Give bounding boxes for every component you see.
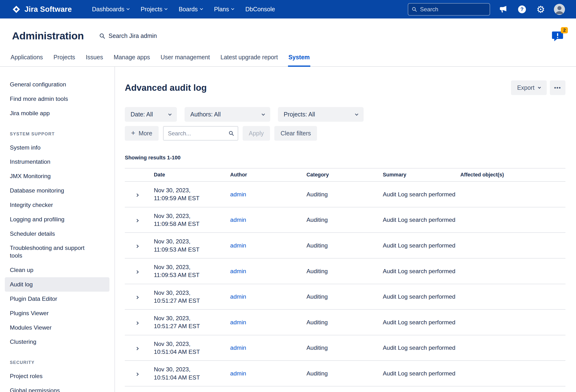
gear-icon: ⚙ bbox=[536, 4, 545, 14]
expand-row-button[interactable] bbox=[134, 320, 140, 326]
cell-date: Nov 30, 2023,10:51:04 AM EST bbox=[154, 335, 230, 361]
sidebar-item-database-monitoring[interactable]: Database monitoring bbox=[5, 183, 110, 198]
table-row: Nov 30, 2023,10:51:27 AM ESTadminAuditin… bbox=[125, 284, 565, 310]
author-link[interactable]: admin bbox=[230, 242, 246, 249]
user-avatar[interactable] bbox=[554, 4, 565, 15]
expand-row-button[interactable] bbox=[134, 192, 140, 198]
cell-date: Nov 30, 2023,10:51:27 AM EST bbox=[154, 284, 230, 310]
sidebar-item-clean-up[interactable]: Clean up bbox=[5, 263, 110, 277]
tab-applications[interactable]: Applications bbox=[10, 54, 43, 67]
cell-category: Auditing bbox=[307, 361, 383, 386]
chevron-right-icon bbox=[135, 373, 139, 376]
author-link[interactable]: admin bbox=[230, 293, 246, 300]
more-filters-button[interactable]: + More bbox=[125, 126, 159, 141]
sidebar-item-troubleshooting-and-support-tools[interactable]: Troubleshooting and support tools bbox=[5, 241, 110, 263]
nav-item-plans[interactable]: Plans bbox=[214, 6, 234, 13]
author-link[interactable]: admin bbox=[230, 191, 246, 198]
sidebar-item-modules-viewer[interactable]: Modules Viewer bbox=[5, 320, 110, 335]
clear-filters-button[interactable]: Clear filters bbox=[274, 126, 317, 141]
cell-date: Nov 30, 2023,11:09:59 AM EST bbox=[154, 181, 230, 207]
nav-item-dbconsole[interactable]: DbConsole bbox=[245, 6, 275, 13]
authors-filter-label: Authors: All bbox=[190, 111, 221, 118]
sidebar-item-jira-mobile-app[interactable]: Jira mobile app bbox=[5, 106, 110, 121]
sidebar-item-plugin-data-editor[interactable]: Plugin Data Editor bbox=[5, 292, 110, 306]
tab-projects[interactable]: Projects bbox=[53, 54, 76, 67]
sidebar-item-plugins-viewer[interactable]: Plugins Viewer bbox=[5, 306, 110, 320]
sidebar-item-global-permissions[interactable]: Global permissions bbox=[5, 383, 110, 392]
global-search[interactable] bbox=[408, 3, 490, 16]
export-button[interactable]: Export bbox=[511, 80, 547, 95]
projects-filter-dropdown[interactable]: Projects: All bbox=[278, 107, 364, 122]
expand-row-button[interactable] bbox=[134, 244, 140, 249]
cell-affected bbox=[460, 258, 565, 284]
author-link[interactable]: admin bbox=[230, 370, 246, 377]
authors-filter-dropdown[interactable]: Authors: All bbox=[185, 107, 270, 122]
filter-search-input[interactable] bbox=[168, 130, 226, 137]
sidebar-item-scheduler-details[interactable]: Scheduler details bbox=[5, 227, 110, 241]
chevron-right-icon bbox=[135, 347, 139, 350]
tab-latest-upgrade-report[interactable]: Latest upgrade report bbox=[220, 54, 278, 67]
nav-item-dashboards[interactable]: Dashboards bbox=[92, 6, 129, 13]
expand-row-button[interactable] bbox=[134, 295, 140, 300]
table-row: Nov 30, 2023,11:09:53 AM ESTadminAuditin… bbox=[125, 233, 565, 258]
filter-row-2: + More Apply Clear filters bbox=[125, 126, 565, 141]
expand-row-button[interactable] bbox=[134, 269, 140, 275]
cell-author: admin bbox=[230, 335, 307, 361]
tab-system[interactable]: System bbox=[288, 54, 310, 67]
sidebar: General configurationFind more admin too… bbox=[0, 67, 115, 392]
admin-search[interactable]: Search Jira admin bbox=[99, 32, 157, 39]
cell-category: Auditing bbox=[307, 258, 383, 284]
sidebar-item-integrity-checker[interactable]: Integrity checker bbox=[5, 198, 110, 212]
header-expand-col bbox=[125, 168, 154, 181]
cell-date: Nov 30, 2023,11:09:53 AM EST bbox=[154, 233, 230, 258]
cell-affected bbox=[460, 233, 565, 258]
sidebar-item-clustering[interactable]: Clustering bbox=[5, 335, 110, 349]
cell-summary: Audit Log search performed bbox=[383, 233, 460, 258]
nav-item-projects[interactable]: Projects bbox=[141, 6, 167, 13]
global-search-input[interactable] bbox=[420, 6, 486, 13]
chevron-right-icon bbox=[135, 245, 139, 248]
sidebar-item-project-roles[interactable]: Project roles bbox=[5, 369, 110, 383]
notifications-button[interactable]: 2 bbox=[551, 31, 564, 43]
sidebar-item-system-info[interactable]: System info bbox=[5, 140, 110, 155]
svg-text:?: ? bbox=[520, 6, 523, 12]
column-header-summary: Summary bbox=[383, 168, 460, 181]
cell-summary: Audit Log search performed bbox=[383, 258, 460, 284]
section-title: Advanced audit log bbox=[125, 83, 207, 93]
author-link[interactable]: admin bbox=[230, 268, 246, 274]
audit-log-table: DateAuthorCategorySummaryAffected object… bbox=[125, 168, 565, 387]
sidebar-item-logging-and-profiling[interactable]: Logging and profiling bbox=[5, 212, 110, 227]
sidebar-item-instrumentation[interactable]: Instrumentation bbox=[5, 154, 110, 169]
tab-manage-apps[interactable]: Manage apps bbox=[113, 54, 150, 67]
results-count: Showing results 1-100 bbox=[125, 154, 565, 161]
author-link[interactable]: admin bbox=[230, 319, 246, 326]
nav-item-label: Plans bbox=[214, 6, 229, 13]
jira-home-link[interactable]: Jira Software bbox=[12, 5, 72, 14]
nav-item-boards[interactable]: Boards bbox=[178, 6, 202, 13]
table-row: Nov 30, 2023,10:51:04 AM ESTadminAuditin… bbox=[125, 361, 565, 386]
table-row: Nov 30, 2023,11:09:53 AM ESTadminAuditin… bbox=[125, 258, 565, 284]
help-icon[interactable]: ? bbox=[517, 4, 527, 15]
author-link[interactable]: admin bbox=[230, 216, 246, 223]
expand-row-button[interactable] bbox=[134, 346, 140, 351]
sidebar-item-jmx-monitoring[interactable]: JMX Monitoring bbox=[5, 169, 110, 183]
main-panel: Advanced audit log Export ••• Date: All … bbox=[115, 67, 576, 392]
sidebar-item-general-configuration[interactable]: General configuration bbox=[5, 77, 110, 92]
tab-user-management[interactable]: User management bbox=[160, 54, 210, 67]
cell-category: Auditing bbox=[307, 309, 383, 335]
apply-button[interactable]: Apply bbox=[243, 126, 270, 141]
plus-icon: + bbox=[131, 129, 135, 137]
feedback-megaphone-icon[interactable] bbox=[498, 4, 509, 15]
expand-row-button[interactable] bbox=[134, 218, 140, 223]
sidebar-item-find-more-admin-tools[interactable]: Find more admin tools bbox=[5, 92, 110, 106]
date-filter-dropdown[interactable]: Date: All bbox=[125, 107, 177, 122]
settings-gear-icon[interactable]: ⚙ bbox=[535, 4, 546, 15]
chevron-right-icon bbox=[135, 321, 139, 325]
date-filter-label: Date: All bbox=[131, 111, 153, 118]
sidebar-item-audit-log[interactable]: Audit log bbox=[5, 277, 110, 292]
expand-row-button[interactable] bbox=[134, 372, 140, 377]
author-link[interactable]: admin bbox=[230, 344, 246, 351]
more-actions-button[interactable]: ••• bbox=[550, 80, 565, 95]
filter-search[interactable] bbox=[163, 126, 238, 141]
tab-issues[interactable]: Issues bbox=[85, 54, 103, 67]
